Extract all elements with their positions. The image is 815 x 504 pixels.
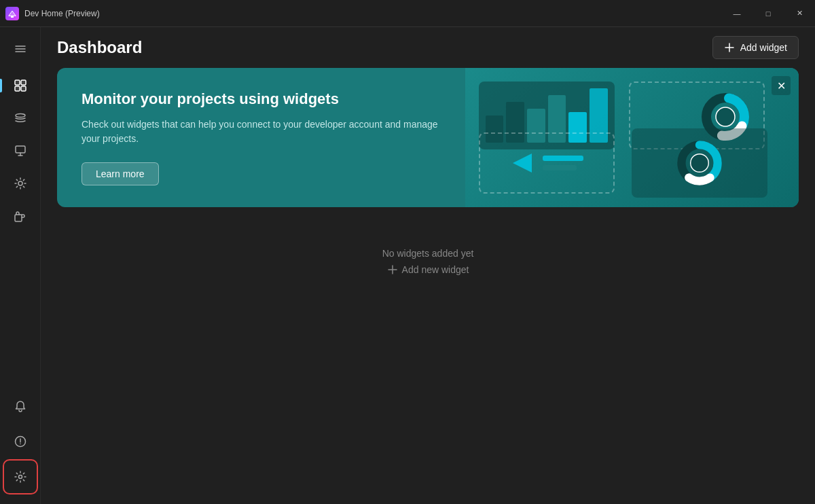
svg-point-12 [18,181,22,185]
donut-chart-2-svg [674,137,725,189]
svg-rect-13 [15,215,22,221]
svg-marker-24 [513,154,532,173]
learn-more-button[interactable]: Learn more [82,162,159,185]
svg-rect-4 [15,80,20,85]
sidebar-item-dev-tools[interactable] [5,168,35,198]
illus-widget-bottom-right [632,128,767,198]
sidebar-item-menu[interactable] [5,34,35,64]
banner-text-section: Monitor your projects using widgets Chec… [57,68,465,207]
svg-point-8 [16,114,25,118]
maximize-button[interactable]: □ [753,0,784,27]
widget-illustration [465,68,799,207]
svg-rect-5 [21,80,26,85]
titlebar-left: Dev Home (Preview) [5,7,100,20]
sidebar-item-announcements[interactable] [5,391,35,421]
add-widget-button[interactable]: Add widget [712,36,799,59]
main-content: Dashboard Add widget Monitor your projec… [41,27,815,504]
page-title: Dashboard [57,38,142,57]
no-widgets-area: No widgets added yet Add new widget [57,248,799,275]
banner-visual-section [465,68,799,207]
svg-rect-7 [21,86,26,91]
line-bar-2 [543,165,577,170]
header: Dashboard Add widget [41,27,815,68]
titlebar-title: Dev Home (Preview) [24,9,100,18]
arrow-icon-svg [510,151,535,175]
banner-card: Monitor your projects using widgets Chec… [57,68,799,207]
sidebar-item-environments[interactable] [5,103,35,133]
svg-point-28 [691,154,709,172]
svg-point-23 [716,107,735,126]
banner-heading: Monitor your projects using widgets [82,90,443,109]
app-icon [5,7,19,20]
titlebar-controls: — □ ✕ [721,0,815,27]
sidebar-item-extensions[interactable] [5,201,35,231]
svg-rect-6 [15,86,20,91]
add-new-widget-label: Add new widget [402,264,469,275]
sidebar-bottom [5,390,35,499]
sidebar-item-dashboard[interactable] [5,71,35,101]
no-widgets-text: No widgets added yet [382,248,474,259]
svg-point-17 [18,475,22,479]
lines-group [543,156,583,170]
svg-rect-0 [11,16,14,18]
banner-close-button[interactable]: ✕ [772,76,791,95]
banner-description: Check out widgets that can help you conn… [82,118,443,146]
sidebar [0,27,41,504]
add-new-widget-link[interactable]: Add new widget [387,264,469,275]
sidebar-item-settings[interactable] [5,462,35,492]
add-widget-label: Add widget [740,42,787,53]
app-body: Dashboard Add widget Monitor your projec… [0,27,815,504]
sidebar-item-machine-config[interactable] [5,136,35,166]
minimize-button[interactable]: — [721,0,753,27]
content-area: Monitor your projects using widgets Chec… [41,68,815,504]
illus-widget-dashed-bottom [479,132,615,194]
titlebar: Dev Home (Preview) — □ ✕ [0,0,815,27]
svg-point-16 [20,444,21,445]
svg-rect-9 [16,146,25,153]
sidebar-item-feedback[interactable] [5,427,35,456]
line-bar-1 [543,156,583,161]
close-button[interactable]: ✕ [784,0,815,27]
